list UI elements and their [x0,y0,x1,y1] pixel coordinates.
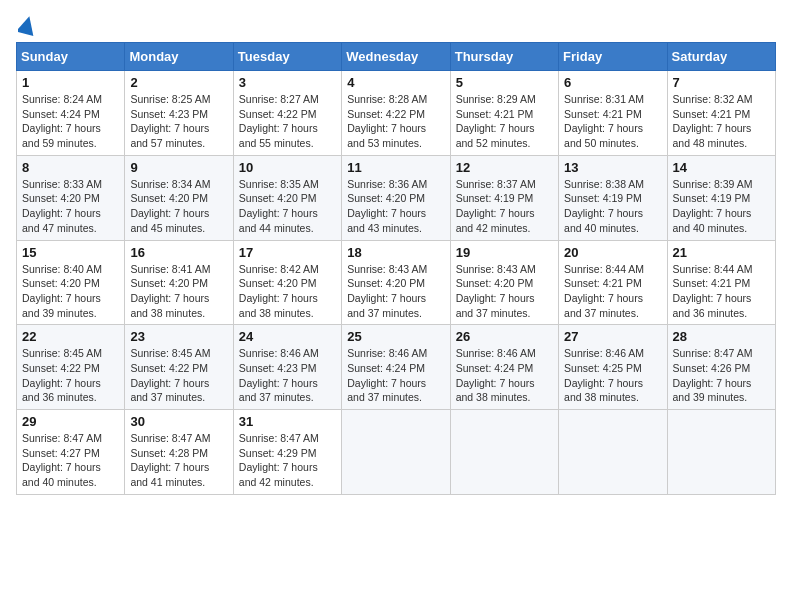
calendar-table: SundayMondayTuesdayWednesdayThursdayFrid… [16,42,776,495]
calendar-day-cell: 20Sunrise: 8:44 AMSunset: 4:21 PMDayligh… [559,240,667,325]
calendar-day-cell: 10Sunrise: 8:35 AMSunset: 4:20 PMDayligh… [233,155,341,240]
calendar-day-cell: 18Sunrise: 8:43 AMSunset: 4:20 PMDayligh… [342,240,450,325]
calendar-day-cell: 4Sunrise: 8:28 AMSunset: 4:22 PMDaylight… [342,71,450,156]
day-info: Sunrise: 8:46 AMSunset: 4:24 PMDaylight:… [347,346,444,405]
calendar-day-cell: 3Sunrise: 8:27 AMSunset: 4:22 PMDaylight… [233,71,341,156]
day-info: Sunrise: 8:33 AMSunset: 4:20 PMDaylight:… [22,177,119,236]
empty-cell [667,410,775,495]
day-info: Sunrise: 8:43 AMSunset: 4:20 PMDaylight:… [347,262,444,321]
day-number: 2 [130,75,227,90]
col-header-monday: Monday [125,43,233,71]
day-info: Sunrise: 8:25 AMSunset: 4:23 PMDaylight:… [130,92,227,151]
day-info: Sunrise: 8:29 AMSunset: 4:21 PMDaylight:… [456,92,553,151]
day-number: 18 [347,245,444,260]
day-number: 3 [239,75,336,90]
day-number: 21 [673,245,770,260]
day-number: 20 [564,245,661,260]
day-info: Sunrise: 8:45 AMSunset: 4:22 PMDaylight:… [130,346,227,405]
col-header-thursday: Thursday [450,43,558,71]
col-header-sunday: Sunday [17,43,125,71]
calendar-day-cell: 17Sunrise: 8:42 AMSunset: 4:20 PMDayligh… [233,240,341,325]
day-number: 23 [130,329,227,344]
day-number: 13 [564,160,661,175]
day-number: 14 [673,160,770,175]
day-number: 8 [22,160,119,175]
day-number: 4 [347,75,444,90]
day-info: Sunrise: 8:47 AMSunset: 4:29 PMDaylight:… [239,431,336,490]
day-number: 25 [347,329,444,344]
calendar-day-cell: 29Sunrise: 8:47 AMSunset: 4:27 PMDayligh… [17,410,125,495]
calendar-day-cell: 24Sunrise: 8:46 AMSunset: 4:23 PMDayligh… [233,325,341,410]
day-number: 15 [22,245,119,260]
day-info: Sunrise: 8:31 AMSunset: 4:21 PMDaylight:… [564,92,661,151]
day-info: Sunrise: 8:35 AMSunset: 4:20 PMDaylight:… [239,177,336,236]
calendar-day-cell: 12Sunrise: 8:37 AMSunset: 4:19 PMDayligh… [450,155,558,240]
day-number: 28 [673,329,770,344]
day-number: 29 [22,414,119,429]
calendar-day-cell: 5Sunrise: 8:29 AMSunset: 4:21 PMDaylight… [450,71,558,156]
day-info: Sunrise: 8:28 AMSunset: 4:22 PMDaylight:… [347,92,444,151]
empty-cell [559,410,667,495]
calendar-header-row: SundayMondayTuesdayWednesdayThursdayFrid… [17,43,776,71]
day-number: 9 [130,160,227,175]
calendar-day-cell: 1Sunrise: 8:24 AMSunset: 4:24 PMDaylight… [17,71,125,156]
day-number: 26 [456,329,553,344]
col-header-saturday: Saturday [667,43,775,71]
calendar-week-row: 1Sunrise: 8:24 AMSunset: 4:24 PMDaylight… [17,71,776,156]
calendar-day-cell: 31Sunrise: 8:47 AMSunset: 4:29 PMDayligh… [233,410,341,495]
day-number: 19 [456,245,553,260]
calendar-day-cell: 30Sunrise: 8:47 AMSunset: 4:28 PMDayligh… [125,410,233,495]
day-info: Sunrise: 8:34 AMSunset: 4:20 PMDaylight:… [130,177,227,236]
day-info: Sunrise: 8:24 AMSunset: 4:24 PMDaylight:… [22,92,119,151]
day-info: Sunrise: 8:37 AMSunset: 4:19 PMDaylight:… [456,177,553,236]
calendar-week-row: 29Sunrise: 8:47 AMSunset: 4:27 PMDayligh… [17,410,776,495]
day-info: Sunrise: 8:39 AMSunset: 4:19 PMDaylight:… [673,177,770,236]
day-info: Sunrise: 8:44 AMSunset: 4:21 PMDaylight:… [673,262,770,321]
calendar-day-cell: 8Sunrise: 8:33 AMSunset: 4:20 PMDaylight… [17,155,125,240]
calendar-day-cell: 25Sunrise: 8:46 AMSunset: 4:24 PMDayligh… [342,325,450,410]
calendar-day-cell: 7Sunrise: 8:32 AMSunset: 4:21 PMDaylight… [667,71,775,156]
calendar-day-cell: 2Sunrise: 8:25 AMSunset: 4:23 PMDaylight… [125,71,233,156]
col-header-tuesday: Tuesday [233,43,341,71]
col-header-friday: Friday [559,43,667,71]
calendar-day-cell: 21Sunrise: 8:44 AMSunset: 4:21 PMDayligh… [667,240,775,325]
day-number: 5 [456,75,553,90]
calendar-week-row: 15Sunrise: 8:40 AMSunset: 4:20 PMDayligh… [17,240,776,325]
day-number: 1 [22,75,119,90]
calendar-day-cell: 14Sunrise: 8:39 AMSunset: 4:19 PMDayligh… [667,155,775,240]
calendar-day-cell: 15Sunrise: 8:40 AMSunset: 4:20 PMDayligh… [17,240,125,325]
svg-marker-0 [18,16,36,36]
day-info: Sunrise: 8:46 AMSunset: 4:25 PMDaylight:… [564,346,661,405]
day-number: 31 [239,414,336,429]
calendar-week-row: 22Sunrise: 8:45 AMSunset: 4:22 PMDayligh… [17,325,776,410]
calendar-day-cell: 27Sunrise: 8:46 AMSunset: 4:25 PMDayligh… [559,325,667,410]
day-number: 22 [22,329,119,344]
calendar-day-cell: 13Sunrise: 8:38 AMSunset: 4:19 PMDayligh… [559,155,667,240]
calendar-week-row: 8Sunrise: 8:33 AMSunset: 4:20 PMDaylight… [17,155,776,240]
day-number: 24 [239,329,336,344]
calendar-day-cell: 28Sunrise: 8:47 AMSunset: 4:26 PMDayligh… [667,325,775,410]
day-info: Sunrise: 8:41 AMSunset: 4:20 PMDaylight:… [130,262,227,321]
day-info: Sunrise: 8:36 AMSunset: 4:20 PMDaylight:… [347,177,444,236]
day-info: Sunrise: 8:44 AMSunset: 4:21 PMDaylight:… [564,262,661,321]
logo [16,16,37,34]
page-header [16,16,776,34]
day-info: Sunrise: 8:45 AMSunset: 4:22 PMDaylight:… [22,346,119,405]
day-number: 17 [239,245,336,260]
day-info: Sunrise: 8:32 AMSunset: 4:21 PMDaylight:… [673,92,770,151]
day-number: 7 [673,75,770,90]
day-info: Sunrise: 8:47 AMSunset: 4:26 PMDaylight:… [673,346,770,405]
empty-cell [450,410,558,495]
day-info: Sunrise: 8:47 AMSunset: 4:28 PMDaylight:… [130,431,227,490]
day-number: 10 [239,160,336,175]
day-number: 12 [456,160,553,175]
calendar-day-cell: 22Sunrise: 8:45 AMSunset: 4:22 PMDayligh… [17,325,125,410]
day-info: Sunrise: 8:42 AMSunset: 4:20 PMDaylight:… [239,262,336,321]
day-info: Sunrise: 8:38 AMSunset: 4:19 PMDaylight:… [564,177,661,236]
day-info: Sunrise: 8:27 AMSunset: 4:22 PMDaylight:… [239,92,336,151]
calendar-day-cell: 11Sunrise: 8:36 AMSunset: 4:20 PMDayligh… [342,155,450,240]
day-number: 6 [564,75,661,90]
day-info: Sunrise: 8:43 AMSunset: 4:20 PMDaylight:… [456,262,553,321]
calendar-day-cell: 19Sunrise: 8:43 AMSunset: 4:20 PMDayligh… [450,240,558,325]
calendar-day-cell: 6Sunrise: 8:31 AMSunset: 4:21 PMDaylight… [559,71,667,156]
